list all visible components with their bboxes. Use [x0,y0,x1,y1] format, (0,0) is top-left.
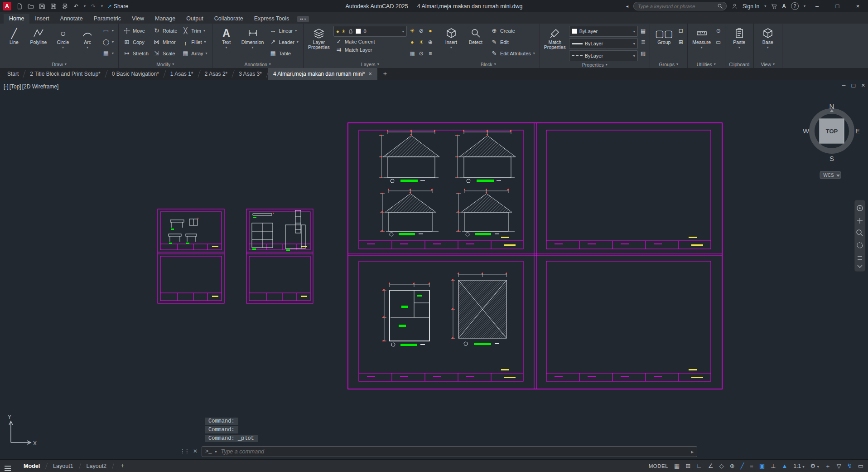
command-input[interactable] [220,448,688,455]
grid-display-icon[interactable]: ▦ [674,462,680,469]
properties-panel-footer[interactable]: Properties▾ [540,61,650,68]
block-panel-footer[interactable]: Block▾ [437,60,540,68]
ribbon-tab-collaborate[interactable]: Collaborate [209,14,249,24]
line-button[interactable]: ╱ Line [3,25,25,60]
file-tab-asas-3[interactable]: 3 Asas 3* [233,68,267,80]
search-input[interactable] [637,3,714,10]
match-layer-button[interactable]: ⇉Match Layer [333,46,407,53]
ribbon-tab-parametric[interactable]: Parametric [88,14,126,24]
search-box[interactable] [633,2,727,10]
model-tab[interactable]: Model [19,463,44,469]
dynamic-ucs-icon[interactable]: ⊥ [771,462,776,469]
ribbon-tab-annotate[interactable]: Annotate [55,14,88,24]
close-window-icon[interactable]: × [848,0,868,12]
layer-dropdown[interactable]: ● ☀ 0 ▾ [333,26,407,37]
create-block-button[interactable]: ⊕Create [489,25,537,36]
doc-minimize-icon[interactable]: ─ [842,83,846,88]
table-button[interactable]: ▦Table [268,48,300,59]
quick-calc-icon[interactable]: ▭ [715,36,722,48]
layer-properties-button[interactable]: Layer Properties [306,25,332,60]
qat-customize-caret-icon[interactable]: ▾ [101,4,103,8]
viewport-visual-style-control[interactable]: [2D Wireframe] [22,83,59,90]
drawing-canvas[interactable]: TOP N S W E WCS [0,80,868,460]
object-color-dropdown[interactable]: ByLayer ▾ [569,26,638,37]
graphics-performance-icon[interactable]: ↯ [847,462,852,469]
layer-lock-tool-icon[interactable]: ⊙ [418,48,425,59]
file-tab-asas-2[interactable]: 2 Asas 2* [199,68,233,80]
ribbon-tab-output[interactable]: Output [181,14,209,24]
circle-button[interactable]: ○ Circle ▾ [52,25,74,60]
sign-in-user-icon[interactable] [732,3,738,9]
paste-button[interactable]: Paste▾ [728,25,751,60]
layer-walk-icon[interactable]: ● [427,25,434,36]
layer-lock-icon[interactable] [348,29,353,34]
linetype-dropdown[interactable]: ByLayer ▾ [569,50,638,61]
file-tab-start[interactable]: Start [2,68,24,80]
selection-cycling-icon[interactable]: ▣ [759,462,765,469]
ribbon-tab-express-tools[interactable]: Express Tools [249,14,295,24]
base-button[interactable]: Base▾ [757,25,779,60]
insert-button[interactable]: Insert▾ [440,25,463,60]
doc-close-icon[interactable]: ✕ [861,83,865,88]
model-space-indicator[interactable]: MODEL [649,463,668,469]
command-recent-caret-icon[interactable]: ▾ [215,450,217,454]
layout2-tab[interactable]: Layout2 [82,463,111,469]
restore-window-icon[interactable]: □ [827,0,848,12]
workspace-switching-icon[interactable]: ⚙ ▾ [810,462,819,469]
properties-palette-icon[interactable]: ▤ [640,25,647,36]
modify-panel-footer[interactable]: Modify▾ [119,60,212,68]
trim-button[interactable]: ╳Trim▾ [180,25,209,36]
navigation-bar[interactable] [854,200,865,272]
ellipse-tool-button[interactable]: ◯▾ [101,36,116,48]
search-icon[interactable] [717,3,723,9]
detect-button[interactable]: Detect [464,25,487,60]
group-button[interactable]: ▢▢ Group [653,25,675,60]
lineweight-display-icon[interactable]: ≡ [750,462,753,469]
minimize-window-icon[interactable]: – [807,0,827,12]
layout-menu-icon[interactable] [5,466,11,467]
file-tab-almari-active[interactable]: 4 Almari,meja makan dan rumah mini* × [268,68,377,80]
ribbon-tab-manage[interactable]: Manage [149,14,181,24]
rotate-button[interactable]: ↻Rotate [151,25,179,36]
annotation-scale-control[interactable]: 1:1 ▾ [793,463,804,469]
collapse-search-icon[interactable]: ◂ [626,4,628,9]
make-current-button[interactable]: ✓Make Current [333,38,407,45]
text-button[interactable]: A Text▾ [215,25,238,60]
scale-button[interactable]: ⇲Scale [151,48,179,59]
layer-on-bulb-icon[interactable]: ● [336,29,339,34]
leader-button[interactable]: ↗Leader▾ [268,36,300,48]
save-icon[interactable] [39,3,46,10]
compass-west-label[interactable]: W [803,127,810,135]
new-drawing-tab-button[interactable]: ＋ [377,68,393,80]
layers-panel-footer[interactable]: Layers▾ [304,60,437,68]
array-button[interactable]: ▦Array▾ [180,48,209,59]
layer-merge-icon[interactable]: ≡ [427,48,434,59]
layer-thaw-sun-icon[interactable]: ☀ [342,29,346,34]
file-tab-basic-navigation[interactable]: 0 Basic Navigation* [106,68,164,80]
utilities-panel-footer[interactable]: Utilities▾ [688,60,725,68]
selection-filtering-icon[interactable]: ▽ [837,462,841,469]
compass-south-label[interactable]: S [829,155,834,162]
annotation-panel-footer[interactable]: Annotation▾ [212,60,303,68]
new-file-icon[interactable] [16,3,23,10]
layer-color-swatch[interactable] [356,29,361,34]
undo-icon[interactable]: ↶ [72,3,80,10]
viewcube-top-label[interactable]: TOP [826,128,838,135]
polyline-button[interactable]: Polyline [27,25,50,60]
ribbon-tab-view[interactable]: View [126,14,149,24]
viewcube[interactable]: TOP N S W E WCS [803,102,860,179]
edit-attributes-button[interactable]: ✎Edit Attributes▾ [489,48,537,59]
view-panel-footer[interactable]: View▾ [754,60,782,68]
command-close-icon[interactable]: ✕ [193,448,198,454]
undo-caret-icon[interactable]: ▾ [84,4,86,8]
list-icon[interactable]: ≣ [640,36,647,48]
command-drag-handle-icon[interactable]: ⋮⋮ [180,448,189,454]
layer-isolate-icon[interactable]: ● [409,36,416,48]
layout1-tab[interactable]: Layout1 [48,463,77,469]
annotation-visibility-icon[interactable]: ▲ [782,462,788,469]
copy-button[interactable]: ⊞Copy [121,36,150,48]
object-snap-tracking-icon[interactable]: ⊕ [730,462,735,469]
open-file-icon[interactable] [27,3,34,10]
layer-off-icon[interactable]: ☀ [409,25,416,36]
help-icon[interactable]: ? [791,2,799,10]
